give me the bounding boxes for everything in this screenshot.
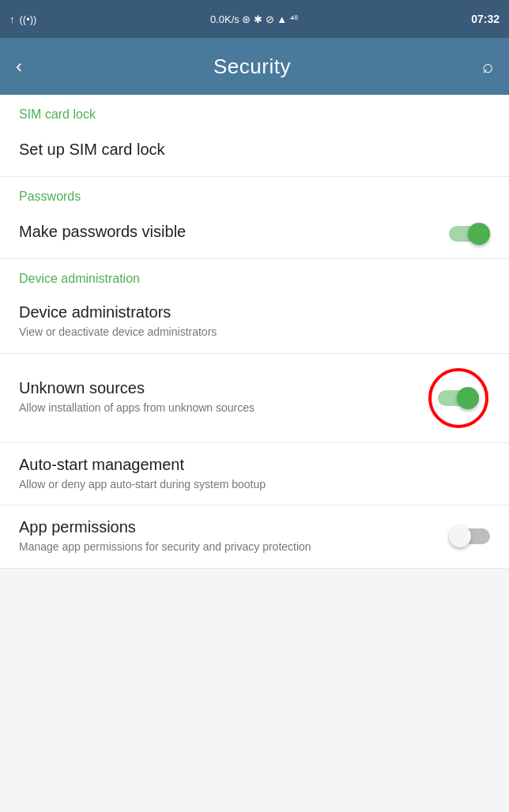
toggle-thumb: [449, 525, 471, 547]
list-item-unknown-sources[interactable]: Unknown sources Allow installation of ap…: [0, 354, 509, 443]
app-bar: ‹ Security ⌕: [0, 38, 509, 95]
device-admins-title: Device administrators: [19, 303, 481, 321]
unknown-sources-text: Unknown sources Allow installation of ap…: [19, 379, 427, 416]
app-permissions-title: App permissions: [19, 518, 439, 536]
signal-icon: ((•)): [20, 13, 37, 25]
autostart-text: Auto-start management Allow or deny app …: [19, 456, 490, 493]
status-time: 07:32: [471, 13, 500, 25]
status-left-icons: ↑ ((•)): [9, 13, 36, 25]
device-admins-text: Device administrators View or deactivate…: [19, 303, 490, 340]
list-item-passwords-visible[interactable]: Make passwords visible: [0, 209, 509, 259]
unknown-sources-title: Unknown sources: [19, 379, 417, 397]
passwords-visible-toggle[interactable]: [449, 223, 490, 245]
toggle-thumb: [468, 223, 490, 245]
section-header-passwords: Passwords: [0, 177, 509, 209]
back-button[interactable]: ‹: [16, 55, 22, 77]
passwords-visible-text: Make passwords visible: [19, 223, 449, 244]
unknown-sources-subtitle: Allow installation of apps from unknown …: [19, 400, 417, 416]
list-item-device-admins[interactable]: Device administrators View or deactivate…: [0, 291, 509, 354]
status-bar: ↑ ((•)) 0.0K/s ⊛ ✱ ⊘ ▲ ⁴⁸ 07:32: [0, 0, 509, 38]
autostart-title: Auto-start management: [19, 456, 481, 474]
page-title: Security: [213, 55, 291, 79]
app-permissions-toggle[interactable]: [449, 525, 490, 547]
setup-sim-title: Set up SIM card lock: [19, 141, 481, 159]
setup-sim-text: Set up SIM card lock: [19, 141, 490, 162]
app-permissions-subtitle: Manage app permissions for security and …: [19, 539, 439, 555]
list-item-app-permissions[interactable]: App permissions Manage app permissions f…: [0, 506, 509, 569]
unknown-sources-toggle[interactable]: [438, 387, 479, 409]
section-header-sim: SIM card lock: [0, 95, 509, 126]
upload-icon: ↑: [9, 13, 15, 25]
list-item-setup-sim[interactable]: Set up SIM card lock: [0, 126, 509, 177]
app-permissions-text: App permissions Manage app permissions f…: [19, 518, 449, 555]
list-item-autostart[interactable]: Auto-start management Allow or deny app …: [0, 443, 509, 506]
passwords-visible-title: Make passwords visible: [19, 223, 439, 241]
autostart-subtitle: Allow or deny app auto-start during syst…: [19, 477, 481, 493]
settings-content: SIM card lock Set up SIM card lock Passw…: [0, 95, 509, 569]
search-button[interactable]: ⌕: [482, 55, 493, 77]
section-header-device-admin: Device administration: [0, 259, 509, 291]
status-center-info: 0.0K/s ⊛ ✱ ⊘ ▲ ⁴⁸: [210, 13, 298, 25]
toggle-thumb: [457, 387, 479, 409]
device-admins-subtitle: View or deactivate device administrators: [19, 325, 481, 340]
data-speed: 0.0K/s ⊛ ✱ ⊘ ▲ ⁴⁸: [210, 13, 298, 25]
